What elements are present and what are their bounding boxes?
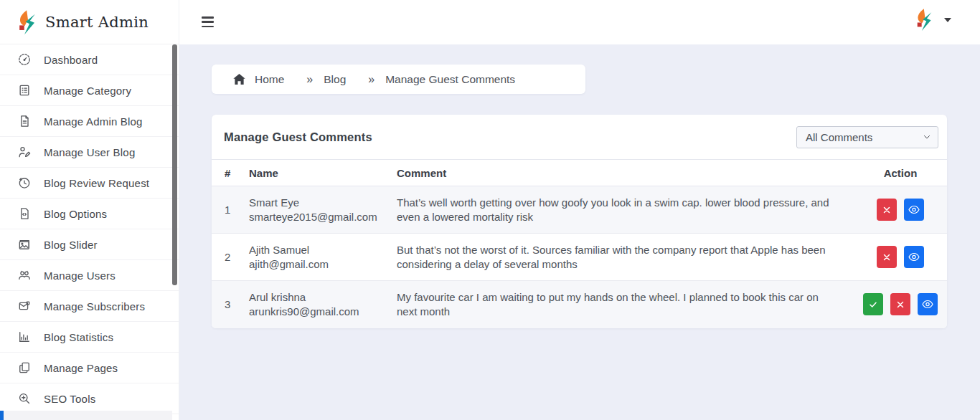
page-title: Manage Guest Comments	[224, 130, 372, 144]
commenter-email: smarteye2015@gmail.com	[249, 210, 397, 224]
comments-table: # Name Comment Action 1 Smart Eye smarte…	[212, 159, 947, 328]
sidebar-item-manage-users[interactable]: Manage Users	[0, 260, 179, 291]
sidebar-menu: Dashboard Manage Category Manage Admin B…	[0, 44, 179, 414]
comments-filter-value: All Comments	[806, 131, 872, 143]
sidebar-scrollbar-thumb[interactable]	[172, 44, 177, 285]
eye-icon	[922, 300, 933, 309]
breadcrumb: Home » Blog » Manage Guest Comments	[212, 65, 585, 94]
name-cell: Arul krishna arunkris90@gmail.com	[249, 281, 397, 328]
column-header-action: Action	[854, 160, 947, 186]
sidebar-item-label: Blog Slider	[44, 239, 98, 251]
name-cell: Smart Eye smarteye2015@gmail.com	[249, 186, 397, 234]
eye-icon	[908, 252, 920, 262]
check-icon	[868, 300, 878, 309]
brand-logo[interactable]: Smart Admin	[0, 0, 179, 44]
sidebar-item-label: Manage Users	[44, 269, 116, 282]
home-icon	[233, 74, 245, 85]
topbar	[179, 0, 980, 44]
brand-bolt-icon	[914, 8, 935, 32]
blog-slider-icon	[17, 237, 32, 252]
breadcrumb-current: Manage Guest Comments	[385, 73, 515, 86]
sidebar-item-label: Manage Admin Blog	[44, 115, 143, 128]
user-menu[interactable]	[914, 8, 951, 32]
column-header-name: Name	[249, 160, 397, 186]
x-icon	[882, 206, 891, 214]
seo-icon	[17, 391, 32, 406]
caret-down-icon	[944, 18, 951, 22]
sidebar: Smart Admin Dashboard Manage Category Ma…	[0, 0, 179, 420]
row-number: 3	[212, 281, 249, 328]
brand-name: Smart Admin	[45, 14, 149, 31]
name-cell: Ajith Samuel ajith@gmail.com	[249, 234, 397, 281]
user-blog-icon	[17, 145, 32, 159]
commenter-name: Ajith Samuel	[249, 243, 397, 257]
row-number: 1	[212, 186, 249, 234]
statistics-icon	[17, 330, 32, 344]
commenter-name: Smart Eye	[249, 196, 397, 210]
brand-bolt-icon	[16, 9, 39, 35]
delete-comment-button[interactable]	[890, 293, 910, 315]
table-header-row: # Name Comment Action	[212, 160, 947, 186]
main-content: Home » Blog » Manage Guest Comments Mana…	[179, 44, 980, 420]
sidebar-item-manage-admin-blog[interactable]: Manage Admin Blog	[0, 106, 179, 137]
sidebar-item-label: SEO Tools	[44, 393, 95, 405]
approve-comment-button[interactable]	[863, 293, 883, 315]
hamburger-icon[interactable]	[202, 16, 214, 30]
table-row: 3 Arul krishna arunkris90@gmail.com My f…	[212, 281, 947, 328]
breadcrumb-separator: »	[306, 73, 314, 86]
sidebar-item-dashboard[interactable]: Dashboard	[0, 44, 179, 75]
blog-options-icon	[17, 206, 32, 221]
sidebar-item-manage-category[interactable]: Manage Category	[0, 75, 179, 106]
sidebar-item-blog-review-request[interactable]: Blog Review Request	[0, 168, 179, 199]
sidebar-item-label: Blog Statistics	[44, 331, 113, 343]
breadcrumb-link-home[interactable]: Home	[255, 73, 284, 86]
delete-comment-button[interactable]	[877, 246, 897, 268]
column-header-num: #	[212, 160, 249, 186]
category-icon	[17, 83, 32, 97]
sidebar-item-blog-slider[interactable]: Blog Slider	[0, 229, 179, 260]
delete-comment-button[interactable]	[877, 199, 897, 221]
chevron-down-icon	[923, 133, 931, 141]
sidebar-item-label: Dashboard	[44, 54, 98, 66]
table-row: 1 Smart Eye smarteye2015@gmail.com That’…	[212, 186, 947, 234]
row-number: 2	[212, 234, 249, 281]
sidebar-item-label: Blog Review Request	[44, 177, 149, 189]
subscribers-icon	[17, 299, 32, 313]
sidebar-item-manage-subscribers[interactable]: Manage Subscribers	[0, 291, 179, 322]
sidebar-item-manage-user-blog[interactable]: Manage User Blog	[0, 137, 179, 168]
sidebar-item-partial-active[interactable]	[0, 411, 172, 420]
commenter-name: Arul krishna	[249, 290, 397, 305]
action-cell	[854, 234, 947, 281]
comments-card: Manage Guest Comments All Comments # Nam…	[212, 115, 947, 328]
sidebar-item-label: Manage Category	[44, 85, 131, 97]
comment-cell: That’s well worth getting over how goofy…	[397, 186, 854, 234]
comments-filter-select[interactable]: All Comments	[796, 126, 938, 148]
breadcrumb-separator: »	[368, 73, 375, 86]
comment-cell: My favourite car I am waiting to put my …	[397, 281, 854, 328]
action-cell	[854, 186, 947, 234]
breadcrumb-link-blog[interactable]: Blog	[324, 73, 346, 86]
eye-icon	[908, 205, 920, 214]
sidebar-item-label: Manage Pages	[44, 362, 118, 374]
sidebar-item-label: Blog Options	[44, 208, 107, 220]
view-comment-button[interactable]	[918, 293, 938, 315]
sidebar-item-label: Manage Subscribers	[44, 300, 145, 312]
view-comment-button[interactable]	[904, 246, 924, 268]
action-cell	[854, 281, 947, 328]
users-icon	[17, 268, 32, 282]
x-icon	[882, 253, 891, 262]
sidebar-item-blog-options[interactable]: Blog Options	[0, 199, 179, 229]
sidebar-item-seo-tools[interactable]: SEO Tools	[0, 383, 179, 414]
commenter-email: arunkris90@gmail.com	[249, 305, 397, 319]
sidebar-item-label: Manage User Blog	[44, 146, 135, 158]
view-comment-button[interactable]	[904, 199, 924, 221]
admin-blog-icon	[17, 114, 32, 128]
pages-icon	[17, 361, 32, 375]
card-header: Manage Guest Comments All Comments	[212, 115, 947, 159]
dashboard-icon	[17, 52, 32, 67]
sidebar-item-blog-statistics[interactable]: Blog Statistics	[0, 322, 179, 353]
x-icon	[896, 300, 905, 309]
sidebar-item-manage-pages[interactable]: Manage Pages	[0, 353, 179, 383]
review-request-icon	[17, 176, 32, 190]
comment-cell: But that’s not the worst of it. Sources …	[397, 234, 854, 281]
